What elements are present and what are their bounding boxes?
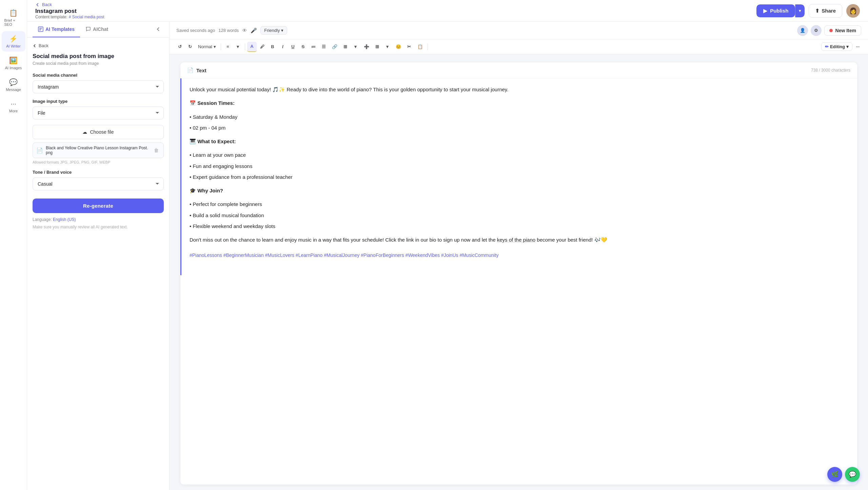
tab-aichat-label: AIChat xyxy=(93,26,108,32)
highlight-button[interactable]: 🖊 xyxy=(257,42,267,52)
social-media-channel-select[interactable]: Instagram Twitter Facebook LinkedIn xyxy=(33,80,164,93)
word-count: 128 words xyxy=(218,28,239,33)
cta-intro: Don't miss out on the chance to learn an… xyxy=(190,237,496,243)
session-list: Saturday & Monday 02 pm - 04 pm xyxy=(190,113,849,133)
template-desc: Create social media post from image xyxy=(33,61,164,66)
tone-selector[interactable]: Friendly ▾ xyxy=(260,26,287,35)
insert-button[interactable]: ➕ xyxy=(361,42,372,52)
ordered-list-button[interactable]: ≔ xyxy=(309,42,318,52)
editor-area: Saved seconds ago 128 words 👁 🎤 Friendly… xyxy=(170,22,868,490)
editor-actions: 👤 ⚙ New Item xyxy=(797,25,861,36)
template-back-label: Back xyxy=(39,43,48,48)
intro-text: Unlock your musical potential today! 🎵✨ … xyxy=(190,85,849,94)
panel-tabs: AI Templates AIChat xyxy=(27,22,169,38)
unordered-list-button[interactable]: ☰ xyxy=(319,42,329,52)
settings-icon: ⚙ xyxy=(814,28,818,33)
more-options-button[interactable]: ··· xyxy=(853,42,863,52)
social-media-channel-group: Social media channel Instagram Twitter F… xyxy=(33,73,164,93)
share-icon: ⬆ xyxy=(815,8,820,14)
tab-ai-templates[interactable]: AI Templates xyxy=(33,22,80,37)
allowed-formats-text: Allowed formats JPG, JPEG, PNG, GIF, WEB… xyxy=(33,160,164,164)
ai-writer-icon: ⚡ xyxy=(9,35,18,43)
sidebar-item-ai-images[interactable]: 🖼️ AI Images xyxy=(2,53,25,73)
sidebar-item-message[interactable]: 💬 Message xyxy=(2,75,25,95)
hashtags-text: #PianoLessons #BeginnerMusician #MusicLo… xyxy=(190,251,849,260)
align-options-button[interactable]: ▾ xyxy=(233,42,243,52)
top-header: Back Instagram post Content template: # … xyxy=(27,0,868,22)
user-avatar[interactable]: 👩 xyxy=(846,4,860,18)
saved-status: Saved seconds ago xyxy=(176,28,215,33)
file-delete-button[interactable]: 🗑 xyxy=(153,146,160,154)
disclaimer-text: Make sure you manually review all AI gen… xyxy=(33,224,164,230)
sidebar-item-more[interactable]: ··· More xyxy=(2,96,25,116)
cut-button[interactable]: ✂ xyxy=(405,42,414,52)
underline-color-button[interactable]: A xyxy=(247,42,257,52)
char-count: 738 / 3000 characters xyxy=(811,68,850,73)
choose-file-label: Choose file xyxy=(90,129,114,135)
regenerate-button[interactable]: Re-generate xyxy=(33,199,164,213)
text-block-title: Text xyxy=(196,68,206,73)
sidebar-item-ai-writer[interactable]: ⚡ AI Writer xyxy=(2,31,25,52)
table-button[interactable]: ⊞ xyxy=(341,42,350,52)
new-item-dot-icon xyxy=(829,29,833,32)
image-input-type-select[interactable]: File URL xyxy=(33,107,164,119)
editing-mode-selector[interactable]: ✏ Editing ▾ xyxy=(821,42,852,51)
new-item-button[interactable]: New Item xyxy=(824,25,861,36)
choose-file-button[interactable]: ☁ Choose file xyxy=(33,125,164,139)
sidebar-item-brief-seo[interactable]: 📋 Brief + SEO xyxy=(2,5,25,30)
table-insert-button[interactable]: ⊞ xyxy=(373,42,382,52)
template-back-link[interactable]: Back xyxy=(33,43,164,48)
tone-value: Friendly xyxy=(264,28,280,33)
link-button[interactable]: 🔗 xyxy=(329,42,340,52)
share-button[interactable]: ⬆ Share xyxy=(809,4,842,18)
strikethrough-button[interactable]: S xyxy=(298,42,308,52)
text-block-body[interactable]: Unlock your musical potential today! 🎵✨ … xyxy=(180,78,857,275)
editor-user-avatar: 👤 xyxy=(797,25,808,36)
chevron-down-icon: ▾ xyxy=(799,8,801,13)
editing-mode-label: Editing xyxy=(830,44,845,49)
text-style-select[interactable]: Normal ▾ xyxy=(195,43,219,51)
publish-button[interactable]: ▶ Publish xyxy=(756,4,795,17)
microphone-icon[interactable]: 🎤 xyxy=(251,27,257,34)
table-insert-options[interactable]: ▾ xyxy=(383,42,392,52)
content-template-label: Content template: xyxy=(35,15,67,19)
file-name: Black and Yellow Creative Piano Lesson I… xyxy=(46,146,150,155)
float-leaf-button[interactable]: 🌿 xyxy=(827,467,842,482)
bold-button[interactable]: B xyxy=(268,42,277,52)
undo-button[interactable]: ↺ xyxy=(175,42,184,52)
header-right: ▶ Publish ▾ ⬆ Share 👩 xyxy=(756,4,860,18)
float-chat-button[interactable]: 💬 xyxy=(845,467,860,482)
more-icon: ··· xyxy=(11,100,16,108)
italic-button[interactable]: I xyxy=(278,42,288,52)
content-template-link[interactable]: # Social media post xyxy=(69,15,104,19)
cta-end: become your best friend! 🎶💛 xyxy=(537,237,607,243)
avatar-image: 👩 xyxy=(849,7,857,15)
toolbar-separator-3 xyxy=(428,43,428,50)
language-label: Language: xyxy=(33,217,52,222)
table-options-button[interactable]: ▾ xyxy=(351,42,360,52)
share-label: Share xyxy=(822,8,836,14)
editor-meta: Saved seconds ago 128 words 👁 🎤 Friendly… xyxy=(176,26,793,35)
why-item-2: Build a solid musical foundation xyxy=(190,211,849,220)
back-button[interactable]: Back xyxy=(35,2,104,7)
paste-button[interactable]: 📋 xyxy=(415,42,426,52)
file-upload-group: ☁ Choose file 📄 Black and Yellow Creativ… xyxy=(33,125,164,164)
tab-aichat[interactable]: AIChat xyxy=(80,22,114,37)
align-left-button[interactable]: ≡ xyxy=(223,42,233,52)
emoji-button[interactable]: 😊 xyxy=(393,42,404,52)
editor-document: 📄 Text 738 / 3000 characters Unlock your… xyxy=(180,62,857,485)
sidebar-item-label: More xyxy=(9,109,18,113)
text-block-header: 📄 Text 738 / 3000 characters xyxy=(180,62,857,78)
eye-icon[interactable]: 👁 xyxy=(242,27,247,33)
text-block-icon: 📄 xyxy=(187,67,194,73)
redo-button[interactable]: ↻ xyxy=(185,42,195,52)
tone-brand-voice-label: Tone / Brand voice xyxy=(33,170,164,175)
sidebar-item-label: Message xyxy=(6,88,21,92)
language-value[interactable]: English (US) xyxy=(53,217,76,222)
text-block-label: 📄 Text xyxy=(187,67,206,73)
underline-button[interactable]: U xyxy=(288,42,298,52)
publish-caret-button[interactable]: ▾ xyxy=(795,4,805,17)
tone-brand-voice-select[interactable]: Casual Formal Friendly Professional xyxy=(33,177,164,190)
ai-images-icon: 🖼️ xyxy=(9,56,18,64)
collapse-panel-button[interactable] xyxy=(153,24,164,36)
